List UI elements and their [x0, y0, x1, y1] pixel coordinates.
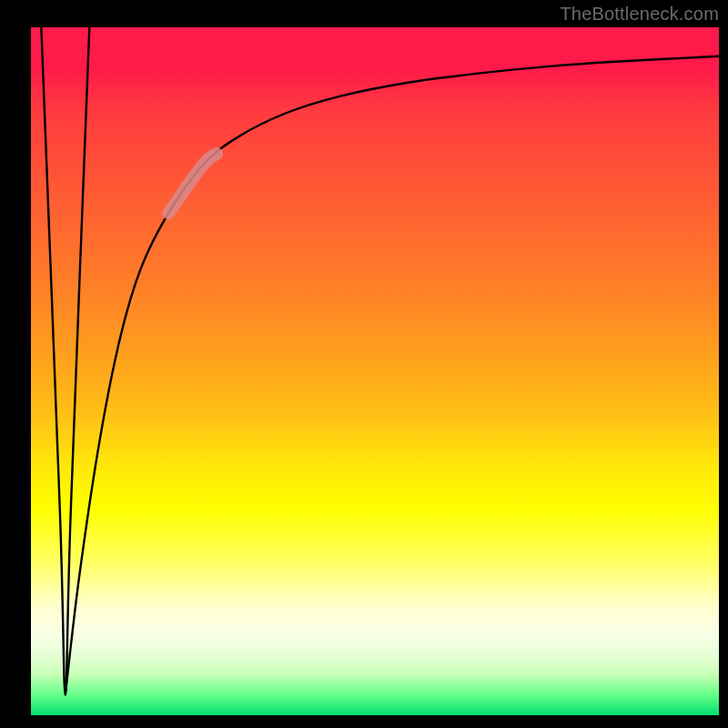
chart-stage: TheBottleneck.com [0, 0, 728, 728]
plot-area [31, 27, 719, 715]
curve-layer [31, 27, 719, 715]
saturation-curve [66, 56, 719, 695]
spike-curve [41, 27, 89, 694]
watermark-text: TheBottleneck.com [560, 4, 719, 25]
highlight-segment [168, 154, 217, 213]
